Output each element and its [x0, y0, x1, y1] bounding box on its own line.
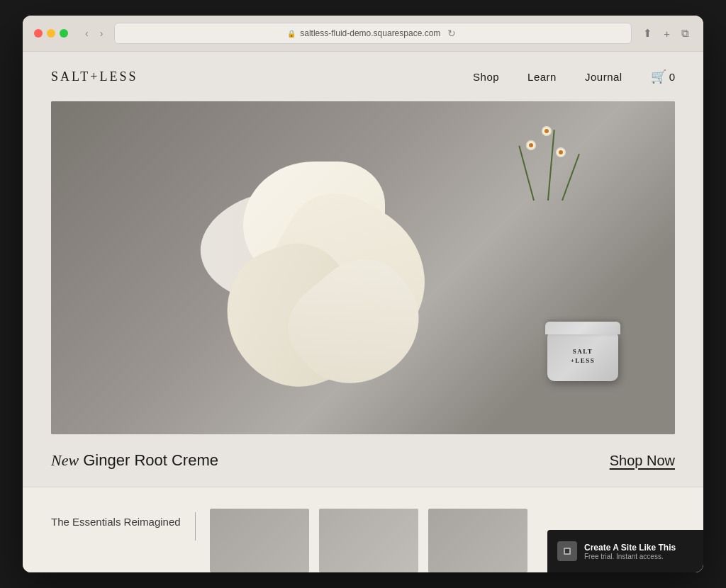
section-divider	[195, 512, 196, 541]
foam-sculpture	[215, 119, 484, 417]
cart-count: 0	[669, 71, 675, 83]
browser-chrome: ‹ › 🔒 saltless-fluid-demo.squarespace.co…	[23, 16, 703, 52]
share-button[interactable]: ⬆	[640, 26, 655, 41]
squarespace-icon	[557, 541, 577, 561]
traffic-lights	[34, 29, 68, 38]
hero-bg: SALT +LESS	[51, 101, 675, 434]
main-nav: SALT+LESS Shop Learn Journal 🛒 0	[23, 52, 703, 101]
squarespace-subtitle: Free trial. Instant access.	[584, 553, 676, 560]
flower-center-1	[529, 143, 533, 147]
product-thumb-3[interactable]	[428, 509, 527, 572]
squarespace-title: Create A Site Like This	[584, 543, 676, 553]
browser-nav-controls: ‹ ›	[82, 26, 106, 40]
flower-head-1	[526, 140, 536, 150]
browser-window: ‹ › 🔒 saltless-fluid-demo.squarespace.co…	[23, 16, 703, 572]
lower-section-wrapper: The Essentials Reimagined Create	[23, 487, 703, 572]
refresh-button[interactable]: ↻	[445, 26, 459, 40]
nav-links: Shop Learn Journal 🛒 0	[473, 69, 675, 84]
jar-label: SALT +LESS	[571, 347, 596, 365]
url-text: saltless-fluid-demo.squarespace.com	[300, 28, 440, 38]
nav-link-journal[interactable]: Journal	[585, 71, 622, 83]
browser-actions: ⬆ + ⧉	[640, 26, 692, 41]
jar-label-line1: SALT	[573, 348, 593, 355]
back-button[interactable]: ‹	[82, 26, 91, 40]
flowers-decoration	[505, 123, 590, 222]
jar-body: SALT +LESS	[547, 332, 618, 381]
new-tab-button[interactable]: +	[661, 26, 673, 41]
minimize-button[interactable]	[47, 29, 55, 38]
address-bar[interactable]: 🔒 saltless-fluid-demo.squarespace.com ↻	[114, 23, 632, 44]
nav-link-shop[interactable]: Shop	[473, 71, 499, 83]
close-button[interactable]	[34, 29, 43, 38]
flower-head-2	[542, 126, 552, 136]
flower-stem-3	[562, 154, 580, 200]
forward-button[interactable]: ›	[97, 26, 106, 40]
flower-center-3	[559, 150, 563, 154]
jar-lid	[545, 322, 620, 334]
squarespace-banner[interactable]: Create A Site Like This Free trial. Inst…	[547, 530, 703, 572]
nav-link-learn[interactable]: Learn	[527, 71, 557, 83]
hero-image: SALT +LESS	[51, 101, 675, 434]
product-jar: SALT +LESS	[547, 332, 618, 392]
cart-button[interactable]: 🛒 0	[651, 69, 675, 84]
squarespace-text: Create A Site Like This Free trial. Inst…	[584, 543, 676, 560]
jar-label-line2: +LESS	[571, 357, 596, 364]
flower-stem-2	[547, 130, 555, 200]
essentials-title: The Essentials Reimagined	[51, 509, 181, 528]
product-thumb-1[interactable]	[210, 509, 309, 572]
product-thumb-2[interactable]	[319, 509, 418, 572]
flower-head-3	[556, 147, 566, 157]
caption-regular: Ginger Root Creme	[79, 451, 218, 469]
shop-now-button[interactable]: Shop Now	[610, 453, 675, 469]
flower-center-2	[544, 129, 549, 133]
caption-bar: New Ginger Root Creme Shop Now	[23, 434, 703, 487]
flower-stem-1	[518, 145, 535, 200]
cart-icon: 🛒	[651, 69, 666, 84]
lock-icon: 🔒	[287, 30, 296, 38]
website-content: SALT+LESS Shop Learn Journal 🛒 0	[23, 52, 703, 572]
site-logo[interactable]: SALT+LESS	[51, 69, 138, 84]
caption-italic: New	[51, 451, 79, 469]
maximize-button[interactable]	[60, 29, 68, 38]
product-caption: New Ginger Root Creme	[51, 451, 218, 470]
tab-overview-button[interactable]: ⧉	[678, 26, 692, 41]
svg-rect-1	[565, 549, 569, 553]
